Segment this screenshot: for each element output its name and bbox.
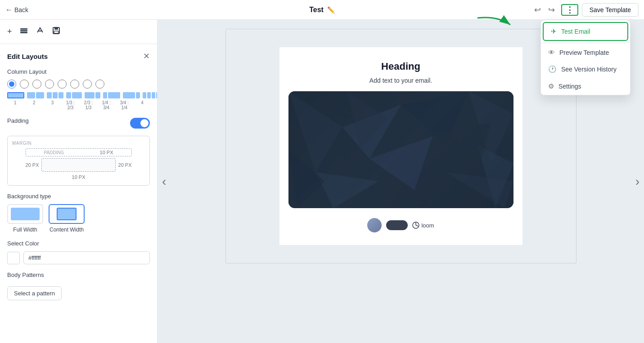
dropdown-menu: ✈ Test Email 👁 Preview Template 🕐 See Ve… <box>540 20 630 95</box>
bg-content-width-option[interactable]: Content Width <box>49 204 85 233</box>
sidebar: + Edit Layouts ✕ Column Layout <box>0 20 158 343</box>
svg-rect-3 <box>20 32 27 33</box>
style-tool-button[interactable] <box>34 24 46 39</box>
padding-bottom-value: 10 PX <box>72 174 86 180</box>
email-subtext: Add text to your email. <box>288 77 513 84</box>
col-radio-34-14[interactable] <box>83 80 92 89</box>
col-preview-23-13[interactable] <box>85 92 100 98</box>
svg-rect-2 <box>20 30 27 31</box>
col-label-2: 2 <box>26 100 42 110</box>
topbar: ← Back Test ✏️ ↩ ↪ ⋮ Save Template ✈ Tes… <box>0 0 644 20</box>
dropdown-item-test-email[interactable]: ✈ Test Email <box>543 22 628 41</box>
padding-toggle[interactable] <box>130 118 150 129</box>
dropdown-separator-1 <box>541 43 630 43</box>
bg-options: Full Width Content Width <box>7 204 150 233</box>
topbar-right: ↩ ↪ ⋮ Save Template <box>531 3 639 17</box>
padding-right: 20 PX <box>118 162 132 168</box>
layers-tool-button[interactable] <box>18 24 30 39</box>
next-slide-button[interactable]: › <box>632 171 643 192</box>
col-preview-3[interactable] <box>47 92 63 98</box>
version-history-label: See Version History <box>561 66 617 73</box>
background-type-section: Background type Full Width Content Width <box>7 193 150 233</box>
padding-label: Padding <box>7 117 29 124</box>
col-preview-13-23[interactable] <box>66 92 82 98</box>
body-patterns-label: Body Patterns <box>7 272 150 278</box>
sidebar-panel: Edit Layouts ✕ Column Layout <box>0 44 157 343</box>
back-arrow-icon: ← <box>5 6 13 14</box>
col-radio-3[interactable] <box>32 80 41 89</box>
polygon-svg <box>288 91 513 208</box>
col-radio-14-34[interactable] <box>70 80 79 89</box>
prev-slide-button[interactable]: ‹ <box>158 171 170 192</box>
sidebar-toolbar: + <box>0 20 157 44</box>
back-button[interactable]: ← Back <box>5 6 28 14</box>
preview-template-label: Preview Template <box>559 49 609 56</box>
bg-content-width-preview <box>57 208 77 220</box>
col-label-3: 3 <box>45 100 60 110</box>
col-preview-14-34[interactable] <box>103 92 120 98</box>
loom-text: loom <box>421 222 434 229</box>
panel-header: Edit Layouts ✕ <box>7 51 150 61</box>
col-radio-1[interactable] <box>7 80 16 89</box>
eye-icon: 👁 <box>548 49 555 56</box>
col-label-34-14: 3/4 :1/4 <box>117 100 132 110</box>
column-layout-section: Column Layout <box>7 68 150 110</box>
topbar-left: ← Back <box>5 6 28 14</box>
column-radios <box>7 80 150 89</box>
redo-button[interactable]: ↪ <box>545 3 558 17</box>
col-preview-1[interactable] <box>7 92 24 98</box>
padding-box: PADDING 10 PX <box>26 148 132 156</box>
col-radio-23-13[interactable] <box>58 80 67 89</box>
color-input-row <box>7 251 150 264</box>
col-preview-4[interactable] <box>143 92 158 98</box>
col-preview-2[interactable] <box>27 92 44 98</box>
col-radio-13-23[interactable] <box>45 80 54 89</box>
email-image-placeholder <box>288 91 513 208</box>
logo-pill <box>386 220 408 230</box>
save-tool-button[interactable] <box>50 24 63 39</box>
loom-logo: loom <box>412 222 434 229</box>
save-template-button[interactable]: Save Template <box>582 3 639 17</box>
col-label-14-34: 1/4 :3/4 <box>99 100 114 110</box>
more-options-button[interactable]: ⋮ <box>561 4 578 16</box>
email-outer-padding: Heading Add text to your email. <box>226 29 576 263</box>
margin-padding-diagram: MARGIN PADDING 10 PX 20 PX <box>7 136 150 186</box>
bg-full-width-label: Full Width <box>13 227 37 233</box>
undo-button[interactable]: ↩ <box>531 3 544 17</box>
dropdown-item-preview-template[interactable]: 👁 Preview Template <box>541 44 630 61</box>
bg-content-width-box <box>49 204 85 224</box>
col-label-13-23: 1/3 :2/3 <box>63 100 78 110</box>
settings-label: Settings <box>558 83 581 90</box>
bg-full-width-box <box>7 204 43 224</box>
padding-left: 20 PX <box>26 162 39 168</box>
bg-full-width-option[interactable]: Full Width <box>7 204 43 233</box>
email-wrapper: Heading Add text to your email. <box>225 29 576 263</box>
settings-icon: ⚙ <box>548 82 554 90</box>
panel-title: Edit Layouts <box>7 53 48 60</box>
col-label-4: 4 <box>135 100 150 110</box>
close-panel-button[interactable]: ✕ <box>143 51 150 61</box>
color-swatch[interactable] <box>7 252 20 264</box>
col-preview-34-14[interactable] <box>123 92 140 98</box>
col-radio-4[interactable] <box>95 80 104 89</box>
color-label: Select Color <box>7 240 150 247</box>
color-text-input[interactable] <box>23 251 150 264</box>
toggle-slider <box>130 118 150 129</box>
page-title: Test <box>309 6 324 14</box>
add-tool-button[interactable]: + <box>5 25 14 38</box>
email-logos: loom <box>288 214 513 236</box>
logo-1 <box>367 218 382 232</box>
column-layout-label: Column Layout <box>7 68 150 75</box>
edit-icon[interactable]: ✏️ <box>327 6 335 13</box>
email-heading: Heading <box>288 61 513 72</box>
padding-inner-box <box>41 158 115 172</box>
padding-row: Padding <box>7 117 150 129</box>
select-pattern-button[interactable]: Select a pattern <box>7 286 62 300</box>
col-label-23-13: 2/3 :1/3 <box>81 100 96 110</box>
margin-label: MARGIN <box>12 141 145 146</box>
col-radio-2[interactable] <box>20 80 29 89</box>
col-label-1: 1 <box>7 100 23 110</box>
padding-inner: PADDING 10 PX 20 PX 20 PX <box>12 148 145 181</box>
dropdown-item-settings[interactable]: ⚙ Settings <box>541 78 630 95</box>
dropdown-item-version-history[interactable]: 🕐 See Version History <box>541 61 630 78</box>
